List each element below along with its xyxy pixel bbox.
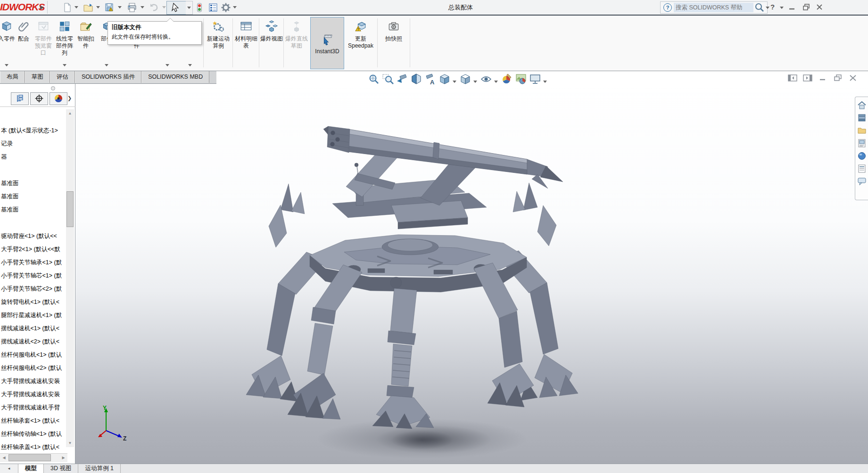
study-tab[interactable]: 模型 <box>18 464 44 473</box>
solidworks-forum-icon[interactable] <box>857 177 867 186</box>
menu-flyout-arrow[interactable]: ▶ <box>39 3 45 11</box>
feature-tree-item[interactable]: 大手臂摆线减速机安装 <box>0 375 65 388</box>
ribbon-snapshot-button[interactable]: 拍快照 <box>379 18 409 68</box>
open-folder-icon[interactable] <box>83 2 93 13</box>
study-tab[interactable]: 3D 视图 <box>44 464 78 473</box>
feature-tree-item[interactable]: 基准面 <box>0 177 65 190</box>
tab-scroll-left-button[interactable]: ◂ <box>0 464 18 473</box>
collapse-right-pane-icon[interactable] <box>802 74 815 82</box>
view-palette-icon[interactable] <box>857 139 867 148</box>
minimize-button[interactable] <box>786 3 798 12</box>
new-document-caret[interactable] <box>74 6 78 8</box>
help-menu-caret[interactable] <box>780 7 784 9</box>
ribbon-exploded-view-button[interactable]: 爆炸视图 <box>260 18 283 68</box>
section-view-icon[interactable] <box>410 73 422 85</box>
feature-tree-item[interactable]: 大手臂2<1> (默认<<默 <box>0 243 65 256</box>
scroll-right-arrow[interactable]: ▶ <box>59 454 67 462</box>
hide-show-caret[interactable] <box>494 81 498 83</box>
feature-tree-item[interactable]: 丝杆轴承套<1> (默认< <box>0 414 65 427</box>
traffic-light-icon[interactable] <box>194 2 205 13</box>
property-manager-tab[interactable] <box>30 92 48 105</box>
view-settings-caret[interactable] <box>543 81 547 83</box>
feature-tree-item[interactable]: 大手臂摆线减速机手臂 <box>0 401 65 414</box>
ribbon-instant3d-button[interactable]: Instant3D <box>310 17 344 69</box>
ribbon-insert-part-button[interactable]: 入零件 <box>0 18 16 68</box>
feature-tree-item[interactable]: 丝杆伺服电机<2> (默认 <box>0 361 65 375</box>
select-tool-button[interactable] <box>166 1 186 15</box>
ribbon-new-motion-study-button[interactable]: 新建运动算例 <box>205 18 232 68</box>
zoom-to-area-icon[interactable] <box>382 73 394 85</box>
more-tabs-chevron[interactable]: ❯ <box>67 95 72 101</box>
feature-tree-item[interactable]: 小手臂关节轴承<1> (默 <box>0 256 65 269</box>
zoom-to-fit-icon[interactable] <box>368 73 380 85</box>
previous-view-icon[interactable] <box>396 73 408 85</box>
ribbon-linear-pattern-button[interactable]: 线性零部件阵列 <box>54 18 75 68</box>
view-orientation-caret[interactable] <box>453 81 456 83</box>
annotation-view-icon[interactable]: A <box>424 73 437 85</box>
feature-tree-item[interactable]: 丝杆轴传动轴<1> (默认 <box>0 427 65 440</box>
view-orientation-icon[interactable] <box>438 73 451 85</box>
settings-gear-icon[interactable] <box>221 2 231 13</box>
custom-properties-icon[interactable] <box>857 164 867 173</box>
help-menu[interactable]: ? <box>770 3 775 11</box>
print-caret[interactable] <box>141 6 144 8</box>
ribbon-smart-fasteners-button[interactable]: 智能扣件 <box>75 18 96 68</box>
close-document-icon[interactable] <box>848 74 860 82</box>
hide-show-items-icon[interactable] <box>480 73 492 85</box>
scroll-up-arrow[interactable]: ▲ <box>66 109 74 117</box>
feature-tree-item[interactable]: 腿部行星减速机<1> (默 <box>0 309 65 322</box>
open-caret[interactable] <box>96 6 100 8</box>
study-tab[interactable]: 运动算例 1 <box>78 464 120 473</box>
linear-pattern-caret[interactable] <box>63 64 66 66</box>
display-style-caret[interactable] <box>473 81 477 83</box>
edit-appearance-icon[interactable] <box>501 73 513 85</box>
command-tab[interactable]: 布局 <box>0 71 25 83</box>
configuration-manager-tab[interactable] <box>50 92 67 105</box>
feature-tree-item[interactable] <box>0 163 65 177</box>
save-caret[interactable] <box>118 6 122 8</box>
reference-geometry-caret[interactable] <box>188 64 192 66</box>
feature-tree-item[interactable]: 旋转臂电机<1> (默认< <box>0 295 65 309</box>
feature-tree-item[interactable]: 基准面 <box>0 190 65 203</box>
command-tab[interactable]: SOLIDWORKS MBD <box>141 71 209 83</box>
feature-tree-item[interactable]: 摆线减速机<2> (默认< <box>0 335 65 348</box>
feature-tree-item[interactable]: 器 <box>0 150 65 163</box>
features-caret[interactable] <box>165 64 169 66</box>
display-style-icon[interactable] <box>459 73 471 85</box>
solidworks-resources-icon[interactable] <box>857 100 867 110</box>
command-tab[interactable]: SOLIDWORKS 插件 <box>75 71 141 83</box>
feature-tree-item[interactable]: 丝杆轴承盖<1> (默认< <box>0 440 65 454</box>
ribbon-mate-button[interactable]: 配合 <box>14 18 33 68</box>
feature-manager-tree-tab[interactable] <box>11 92 29 105</box>
report-options-icon[interactable] <box>208 2 218 13</box>
feature-tree-item[interactable]: 本 (默认<显示状态-1> <box>0 124 65 137</box>
save-warning-icon[interactable] <box>104 2 115 13</box>
close-button[interactable] <box>814 3 825 12</box>
assembly-3d-model[interactable] <box>236 113 603 452</box>
panel-pin-icon[interactable] <box>51 86 55 90</box>
minimize-document-icon[interactable] <box>818 74 830 82</box>
search-magnifier-icon[interactable] <box>753 2 766 13</box>
print-icon[interactable] <box>127 2 137 13</box>
feature-tree-item[interactable]: 记录 <box>0 137 65 150</box>
help-circle-icon[interactable]: ? <box>663 3 672 12</box>
tree-vertical-scrollbar[interactable]: ▲ ▼ <box>66 109 74 447</box>
command-tab[interactable]: 草图 <box>25 71 50 83</box>
command-tab[interactable]: 评估 <box>50 71 75 83</box>
file-explorer-icon[interactable] <box>857 126 867 135</box>
collapse-left-pane-icon[interactable] <box>787 74 800 82</box>
feature-tree-item[interactable]: 小手臂关节轴芯<2> (默 <box>0 282 65 295</box>
apply-scene-icon[interactable] <box>515 73 527 85</box>
feature-tree-item[interactable]: 丝杆伺服电机<1> (默认 <box>0 348 65 361</box>
settings-caret[interactable] <box>233 6 237 8</box>
new-document-icon[interactable] <box>62 2 72 13</box>
restore-button[interactable] <box>801 3 812 12</box>
ribbon-update-speedpak-button[interactable]: 更新 Speedpak <box>345 18 376 68</box>
move-component-caret[interactable] <box>105 64 108 66</box>
design-library-icon[interactable] <box>857 113 867 122</box>
feature-tree-item[interactable] <box>0 216 65 229</box>
feature-tree-item[interactable]: 大手臂摆线减速机安装 <box>0 388 65 401</box>
search-scope-caret[interactable] <box>766 7 769 9</box>
feature-tree-item[interactable]: 基准面 <box>0 203 65 216</box>
tree-horizontal-scrollbar[interactable]: ◀ ▶ <box>0 453 67 462</box>
